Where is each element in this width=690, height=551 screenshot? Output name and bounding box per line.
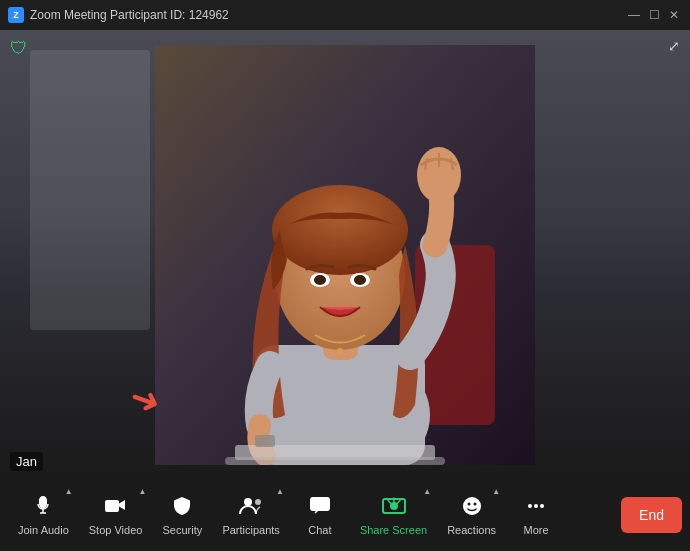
svg-point-6 xyxy=(272,185,408,275)
svg-point-31 xyxy=(534,504,538,508)
title-bar-controls: — ☐ ✕ xyxy=(626,7,682,23)
join-audio-label: Join Audio xyxy=(18,524,69,536)
share-screen-caret: ▲ xyxy=(423,487,431,496)
join-audio-caret: ▲ xyxy=(65,487,73,496)
svg-point-32 xyxy=(540,504,544,508)
participant-video xyxy=(0,30,690,479)
svg-rect-21 xyxy=(105,500,119,512)
toolbar: ▲ Join Audio ▲ Stop Video xyxy=(0,479,690,551)
share-screen-icon xyxy=(382,495,406,520)
reactions-icon xyxy=(461,495,483,520)
stop-video-label: Stop Video xyxy=(89,524,143,536)
participant-name: Jan xyxy=(10,452,43,471)
share-screen-button[interactable]: ▲ Share Screen xyxy=(350,479,437,551)
svg-rect-17 xyxy=(225,457,445,465)
participants-label: Participants xyxy=(222,524,279,536)
chat-icon xyxy=(309,495,331,520)
join-audio-button[interactable]: ▲ Join Audio xyxy=(8,479,79,551)
reactions-button[interactable]: ▲ Reactions xyxy=(437,479,506,551)
svg-point-22 xyxy=(244,498,252,506)
chat-button[interactable]: Chat xyxy=(290,479,350,551)
video-area: 🛡 ⤢ Jan ➜ xyxy=(0,30,690,479)
svg-point-10 xyxy=(354,275,366,285)
minimize-button[interactable]: — xyxy=(626,7,642,23)
join-audio-icon xyxy=(32,495,54,520)
window-title: Zoom Meeting Participant ID: 124962 xyxy=(30,8,229,22)
share-screen-label: Share Screen xyxy=(360,524,427,536)
close-button[interactable]: ✕ xyxy=(666,7,682,23)
svg-point-30 xyxy=(528,504,532,508)
more-button[interactable]: More xyxy=(506,479,566,551)
security-shield-icon: 🛡 xyxy=(10,38,28,59)
reactions-label: Reactions xyxy=(447,524,496,536)
zoom-window: Z Zoom Meeting Participant ID: 124962 — … xyxy=(0,0,690,551)
expand-icon[interactable]: ⤢ xyxy=(668,38,680,54)
svg-point-11 xyxy=(337,348,343,354)
stop-video-button[interactable]: ▲ Stop Video xyxy=(79,479,153,551)
svg-rect-18 xyxy=(255,435,275,447)
stop-video-icon xyxy=(104,495,128,520)
svg-point-23 xyxy=(255,499,261,505)
maximize-button[interactable]: ☐ xyxy=(646,7,662,23)
security-icon xyxy=(171,495,193,520)
zoom-logo-icon: Z xyxy=(8,7,24,23)
security-label: Security xyxy=(163,524,203,536)
more-icon xyxy=(525,495,547,520)
reactions-caret: ▲ xyxy=(492,487,500,496)
participants-caret: ▲ xyxy=(276,487,284,496)
svg-point-8 xyxy=(314,275,326,285)
participants-icon xyxy=(238,495,264,520)
title-bar: Z Zoom Meeting Participant ID: 124962 — … xyxy=(0,0,690,30)
title-bar-left: Z Zoom Meeting Participant ID: 124962 xyxy=(8,7,229,23)
stop-video-caret: ▲ xyxy=(138,487,146,496)
more-label: More xyxy=(524,524,549,536)
svg-point-28 xyxy=(467,502,470,505)
chat-label: Chat xyxy=(308,524,331,536)
participants-button[interactable]: ▲ Participants xyxy=(212,479,289,551)
svg-point-29 xyxy=(473,502,476,505)
person-svg xyxy=(155,45,535,465)
svg-point-27 xyxy=(463,497,481,515)
end-button[interactable]: End xyxy=(621,497,682,533)
security-button[interactable]: Security xyxy=(152,479,212,551)
